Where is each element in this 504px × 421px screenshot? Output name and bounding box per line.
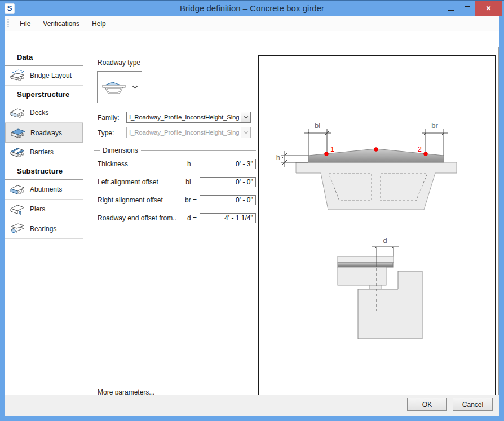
- dimension-symbol: d =: [178, 214, 197, 222]
- bearings-icon: [10, 222, 25, 236]
- left-alignment-offset-input[interactable]: [200, 177, 256, 187]
- window-title: Bridge definition – Concrete box girder: [0, 3, 504, 13]
- menu-help[interactable]: Help: [86, 17, 112, 30]
- sidebar-item-bearings[interactable]: Bearings: [5, 219, 83, 239]
- window-border-bottom: [0, 416, 504, 421]
- type-value: I_Roadway_Profile_InconstHeight_Single: [129, 129, 239, 136]
- bridge-definition-window: S Bridge definition – Concrete box girde…: [0, 0, 504, 421]
- barriers-icon: [10, 145, 25, 159]
- dimension-symbol: h =: [178, 160, 197, 168]
- chevron-down-icon: [132, 85, 138, 90]
- minimize-button[interactable]: [443, 1, 459, 16]
- dimension-label: Thickness: [94, 160, 178, 168]
- sidebar-header-superstructure: Superstructure: [5, 86, 83, 103]
- workspace: Data Bridge Layout Superstructure: [5, 31, 499, 395]
- roadway-type-label: Roadway type: [98, 59, 140, 67]
- roadways-icon: [10, 126, 26, 140]
- menu-file[interactable]: File: [14, 17, 37, 30]
- roadway-end-offset-input[interactable]: [200, 213, 256, 223]
- sidebar-item-decks[interactable]: Decks: [5, 103, 83, 123]
- sidebar: Data Bridge Layout Superstructure: [5, 48, 83, 405]
- dimension-row-thickness: Thickness h =: [94, 155, 256, 173]
- dimension-row-right-offset: Right alignment offset br =: [94, 191, 256, 209]
- point-1-label: 1: [330, 145, 334, 153]
- br-dimension: [422, 129, 448, 156]
- sidebar-item-label: Bridge Layout: [30, 72, 72, 79]
- minimize-icon: [448, 10, 454, 11]
- type-label: Type:: [98, 129, 114, 137]
- roadway-type-icon: [100, 77, 127, 98]
- ok-button[interactable]: OK: [407, 398, 447, 411]
- type-dropdown-button: [241, 127, 250, 138]
- cross-section-view: bl br: [276, 121, 457, 210]
- preview-diagram: bl br: [258, 55, 496, 399]
- alignment-point-1: [325, 152, 329, 156]
- deck-end-block: [338, 267, 386, 285]
- sidebar-item-label: Piers: [30, 205, 45, 213]
- point-2-label: 2: [418, 145, 422, 153]
- menu-grip-icon: [7, 19, 9, 28]
- alignment-point-2: [424, 152, 428, 156]
- sidebar-group-superstructure: Decks Roadways: [5, 103, 83, 162]
- window-controls: ✕: [443, 1, 502, 16]
- family-dropdown-button[interactable]: [241, 112, 250, 122]
- sidebar-item-roadways[interactable]: Roadways: [5, 123, 83, 143]
- sidebar-item-label: Roadways: [30, 129, 62, 137]
- cancel-button[interactable]: Cancel: [453, 398, 493, 411]
- dimension-symbol: br =: [178, 196, 197, 204]
- chevron-down-icon: [244, 131, 249, 135]
- sidebar-group-substructure: Abutments Piers: [5, 179, 83, 239]
- menu-verifications[interactable]: Verifications: [37, 17, 86, 30]
- roadway-slab-side: [338, 256, 394, 263]
- maximize-button[interactable]: [459, 1, 475, 16]
- box-girder-outline: [296, 162, 457, 210]
- piers-icon: [10, 202, 25, 216]
- decks-icon: [10, 106, 25, 119]
- dimension-row-left-offset: Left alignment offset bl =: [94, 173, 256, 191]
- br-dimension-label: br: [431, 121, 438, 130]
- abutments-icon: [10, 183, 25, 196]
- bl-dimension-label: bl: [315, 121, 320, 130]
- dimensions-group-label: Dimensions: [100, 147, 141, 154]
- chevron-down-icon: [244, 116, 249, 119]
- maximize-icon: [465, 6, 470, 11]
- sidebar-item-piers[interactable]: Piers: [5, 200, 83, 219]
- sidebar-item-label: Abutments: [30, 185, 62, 193]
- roadways-editor-panel: Roadway type Family: I_Roadway_Profile_I…: [86, 47, 499, 405]
- family-label: Family:: [98, 114, 120, 122]
- menubar: File Verifications Help: [5, 16, 499, 31]
- sidebar-item-barriers[interactable]: Barriers: [5, 143, 83, 162]
- bl-dimension: [304, 129, 331, 156]
- roadway-wearing-course: [338, 263, 393, 267]
- roadway-type-picker[interactable]: [97, 71, 142, 103]
- type-select: I_Roadway_Profile_InconstHeight_Single: [126, 127, 251, 138]
- dialog-footer: OK Cancel: [5, 395, 499, 416]
- sidebar-header-substructure: Substructure: [5, 162, 83, 179]
- dimension-label: Left alignment offset: [94, 178, 178, 186]
- sidebar-item-bridge-layout[interactable]: Bridge Layout: [5, 66, 83, 86]
- dimension-row-end-offset: Roadway end offset from.. d =: [94, 209, 256, 227]
- thickness-input[interactable]: [200, 159, 256, 169]
- h-dimension-label: h: [276, 153, 280, 162]
- d-dimension-label: d: [383, 236, 387, 245]
- dimension-label: Roadway end offset from..: [94, 214, 178, 222]
- dimension-symbol: bl =: [178, 178, 197, 186]
- dimensions-group: Dimensions Thickness h = Left alignment …: [94, 150, 256, 227]
- family-value: I_Roadway_Profile_InconstHeight_Single: [129, 114, 239, 121]
- bridge-cross-section-drawing: bl br: [259, 56, 495, 398]
- family-select[interactable]: I_Roadway_Profile_InconstHeight_Single: [126, 112, 251, 123]
- right-alignment-offset-input[interactable]: [200, 195, 256, 205]
- client-area: File Verifications Help Data Bridge: [5, 16, 499, 416]
- dimension-label: Right alignment offset: [94, 196, 178, 204]
- sidebar-header-data: Data: [5, 48, 83, 65]
- sidebar-group-data: Bridge Layout: [5, 65, 83, 86]
- sidebar-item-abutments[interactable]: Abutments: [5, 180, 83, 200]
- titlebar: S Bridge definition – Concrete box girde…: [0, 0, 504, 16]
- close-button[interactable]: ✕: [475, 1, 502, 16]
- sidebar-item-label: Decks: [30, 109, 48, 117]
- sidebar-item-label: Bearings: [30, 225, 56, 233]
- bridge-layout-icon: [10, 69, 25, 82]
- alignment-point-center: [374, 148, 378, 152]
- sidebar-item-label: Barriers: [30, 148, 54, 156]
- end-offset-view: d: [338, 236, 422, 339]
